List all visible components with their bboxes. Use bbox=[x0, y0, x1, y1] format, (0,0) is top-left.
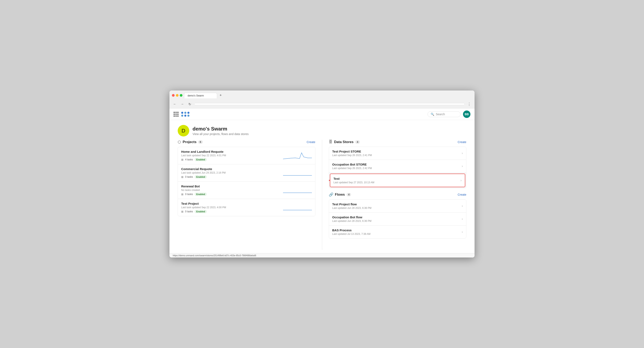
tasks-count: 4 tasks bbox=[185, 158, 193, 161]
ds-name: Test bbox=[334, 177, 460, 180]
app-container: 🔍 Search BB D demo's Swarm View all your… bbox=[170, 108, 474, 258]
project-chart bbox=[283, 203, 312, 212]
vertical-divider bbox=[322, 140, 322, 250]
flow-info: BAS Process Last updated Jul 13 2023, 7:… bbox=[332, 228, 462, 236]
grid-icon[interactable] bbox=[174, 112, 178, 117]
project-item[interactable]: Renewal Bot No tasks created ⊞ 0 tasks E… bbox=[178, 182, 315, 199]
project-item[interactable]: Test Project Last task updated Sep 22 20… bbox=[178, 199, 315, 216]
datastores-section-header: 🗄 Data Stores 4 Create bbox=[329, 140, 466, 144]
flow-arrow-icon: › bbox=[462, 204, 463, 208]
datastore-item[interactable]: Test Project STORE Last updated Sep 26 2… bbox=[329, 147, 466, 160]
status-bar: https://demo.unmand.com/swarm/stores/251… bbox=[170, 253, 474, 258]
status-badge: Enabled bbox=[194, 192, 207, 196]
ds-info: Occupation Bot STORE Last updated Sep 26… bbox=[332, 163, 462, 170]
app-header: 🔍 Search BB bbox=[170, 108, 474, 120]
browser-chrome: demo's Swarm + bbox=[170, 90, 474, 100]
browser-tab[interactable]: demo's Swarm bbox=[184, 93, 217, 98]
ds-arrow-icon: › bbox=[462, 164, 463, 168]
projects-create-button[interactable]: Create bbox=[306, 140, 315, 144]
project-updated: Last task updated Sep 22 2023, 4:00 PM bbox=[181, 206, 280, 209]
flows-create-button[interactable]: Create bbox=[458, 193, 466, 196]
flow-name: BAS Process bbox=[332, 228, 462, 232]
svg-line-9 bbox=[329, 180, 329, 182]
ds-arrow-icon: › bbox=[462, 151, 463, 155]
svg-point-4 bbox=[184, 115, 186, 117]
tasks-icon: ⊞ bbox=[181, 210, 184, 213]
browser-nav-bar: ← → ↻ ⋮ bbox=[170, 100, 474, 108]
flow-updated: Last updated Jun 28 2023, 6:36 PM bbox=[332, 220, 462, 222]
project-item[interactable]: Home and Landlord Requote Last task upda… bbox=[178, 147, 315, 164]
tab-title: demo's Swarm bbox=[188, 94, 204, 97]
flow-updated: Last updated Jun 28 2023, 6:36 PM bbox=[332, 206, 462, 210]
flow-item[interactable]: Test Project flow Last updated Jun 28 20… bbox=[329, 200, 466, 212]
project-tags: ⊞ 0 tasks Enabled bbox=[181, 192, 280, 196]
tasks-icon: ⊞ bbox=[181, 176, 184, 178]
workspace-subtitle: View all your projects, flows and data s… bbox=[192, 132, 248, 136]
status-badge: Enabled bbox=[194, 175, 207, 178]
search-bar[interactable]: 🔍 Search bbox=[428, 111, 460, 117]
page-layout: D demo's Swarm View all your projects, f… bbox=[170, 120, 474, 253]
svg-point-3 bbox=[181, 115, 183, 117]
projects-list: Home and Landlord Requote Last task upda… bbox=[178, 147, 316, 216]
url-bar[interactable] bbox=[194, 103, 465, 105]
browser-window: demo's Swarm + ← → ↻ ⋮ bbox=[170, 90, 474, 258]
ds-name: Test Project STORE bbox=[332, 150, 462, 153]
project-info: Test Project Last task updated Sep 22 20… bbox=[181, 202, 280, 213]
tasks-count: 0 tasks bbox=[185, 193, 193, 196]
flow-arrow-icon: › bbox=[462, 217, 463, 221]
refresh-button[interactable]: ↻ bbox=[187, 101, 192, 107]
browser-menu-button[interactable]: ⋮ bbox=[466, 101, 472, 107]
workspace-icon: D bbox=[178, 125, 189, 136]
ds-info: Test Project STORE Last updated Sep 26 2… bbox=[332, 150, 462, 157]
svg-point-5 bbox=[188, 115, 190, 117]
status-badge: Enabled bbox=[194, 158, 207, 161]
project-item[interactable]: Commercial Requote Last task updated Jun… bbox=[178, 164, 315, 182]
datastores-icon: 🗄 bbox=[329, 140, 332, 144]
red-arrow-annotation bbox=[329, 178, 330, 183]
project-name: Home and Landlord Requote bbox=[181, 150, 280, 154]
new-tab-button[interactable]: + bbox=[218, 92, 224, 98]
flow-name: Test Project flow bbox=[332, 202, 462, 206]
maximize-button[interactable] bbox=[180, 94, 182, 97]
datastores-create-button[interactable]: Create bbox=[458, 140, 466, 144]
project-updated: Last task updated Sep 22 2023, 4:01 PM bbox=[181, 154, 280, 157]
flows-list: Test Project flow Last updated Jun 28 20… bbox=[329, 199, 466, 238]
search-icon: 🔍 bbox=[431, 112, 434, 116]
datastore-item-highlighted[interactable]: Test Last updated Sep 27 2023, 10:13 AM … bbox=[330, 174, 466, 187]
flows-section: 🔗 Flows 4 Create Test Proje bbox=[329, 192, 466, 238]
projects-count: 6 bbox=[198, 140, 203, 144]
flows-section-header: 🔗 Flows 4 Create bbox=[329, 192, 466, 197]
minimize-button[interactable] bbox=[176, 94, 178, 97]
projects-title-area: ⬡ Projects 6 bbox=[178, 140, 203, 144]
project-updated: Last task updated Jun 29 2023, 2:16 PM bbox=[181, 171, 280, 174]
svg-point-1 bbox=[184, 112, 186, 114]
projects-label: Projects bbox=[183, 140, 196, 144]
window-controls bbox=[172, 94, 182, 97]
flows-label: Flows bbox=[335, 192, 345, 197]
project-tags: ⊞ 0 tasks Enabled bbox=[181, 210, 280, 213]
tasks-icon: ⊞ bbox=[181, 193, 184, 196]
project-tags: ⊞ 4 tasks Enabled bbox=[181, 158, 280, 161]
app-logo[interactable] bbox=[181, 111, 190, 117]
workspace-brand: D demo's Swarm View all your projects, f… bbox=[178, 125, 466, 136]
right-scrollable: 🗄 Data Stores 4 Create Test Project STOR… bbox=[329, 140, 466, 250]
flow-info: Occupation Bot flow Last updated Jun 28 … bbox=[332, 216, 462, 222]
ds-info: Test Last updated Sep 27 2023, 10:13 AM bbox=[334, 177, 460, 184]
workspace-info: demo's Swarm View all your projects, flo… bbox=[192, 126, 248, 136]
flow-arrow-icon: › bbox=[462, 230, 463, 234]
close-button[interactable] bbox=[172, 94, 174, 97]
svg-point-2 bbox=[188, 112, 190, 114]
datastores-count: 4 bbox=[355, 140, 360, 144]
flow-item[interactable]: Occupation Bot flow Last updated Jun 28 … bbox=[329, 212, 466, 226]
forward-button[interactable]: → bbox=[179, 101, 185, 107]
flow-info: Test Project flow Last updated Jun 28 20… bbox=[332, 202, 462, 210]
flow-item[interactable]: BAS Process Last updated Jul 13 2023, 7:… bbox=[329, 226, 466, 238]
ds-updated: Last updated Sep 26 2023, 2:42 PM bbox=[332, 167, 462, 170]
datastores-title-area: 🗄 Data Stores 4 bbox=[329, 140, 360, 144]
flows-icon: 🔗 bbox=[329, 192, 333, 197]
flows-title-area: 🔗 Flows 4 bbox=[329, 192, 351, 197]
datastore-item[interactable]: Occupation Bot STORE Last updated Sep 26… bbox=[329, 160, 466, 173]
workspace-header: D demo's Swarm View all your projects, f… bbox=[170, 120, 474, 136]
back-button[interactable]: ← bbox=[172, 101, 178, 107]
user-avatar[interactable]: BB bbox=[463, 110, 470, 118]
